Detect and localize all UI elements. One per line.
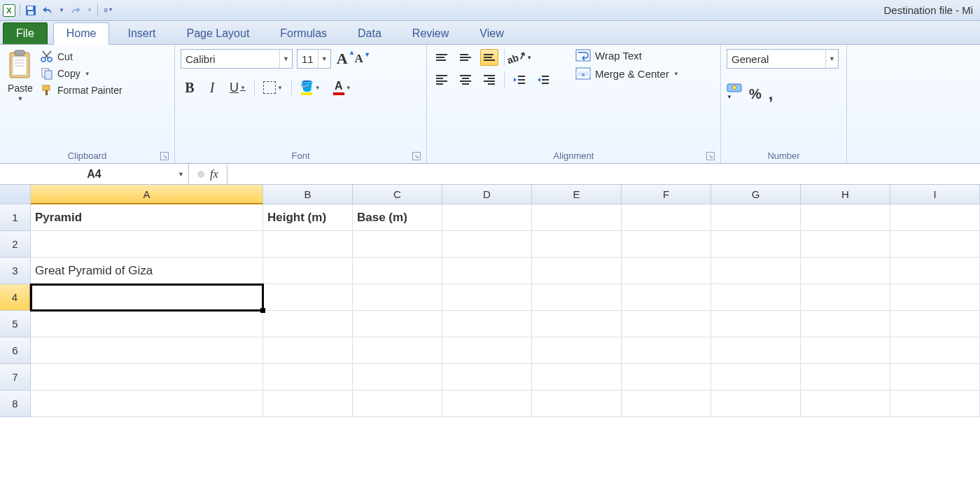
cell-H2[interactable] [801, 231, 890, 258]
cell-I4[interactable] [890, 284, 980, 311]
cell-E5[interactable] [532, 311, 622, 337]
merge-center-button[interactable]: a Merge & Center ▼ [575, 67, 679, 80]
cell-A6[interactable] [31, 337, 263, 364]
insert-function-button[interactable]: fx [210, 168, 218, 181]
shrink-font-button[interactable]: A▾ [354, 52, 365, 66]
percent-button[interactable]: % [749, 86, 762, 102]
cell-G7[interactable] [711, 364, 801, 391]
align-middle-button[interactable] [456, 49, 475, 66]
cell-D8[interactable] [442, 391, 532, 417]
row-header-8[interactable]: 8 [0, 391, 31, 417]
column-header-D[interactable]: D [442, 185, 532, 204]
chevron-down-icon[interactable]: ▼ [178, 171, 184, 178]
cell-I8[interactable] [890, 391, 980, 417]
cell-C7[interactable] [353, 364, 442, 391]
cell-D7[interactable] [442, 364, 532, 391]
borders-button[interactable]: ▼ [259, 77, 287, 98]
cell-E3[interactable] [532, 258, 622, 284]
tab-data[interactable]: Data [345, 23, 394, 44]
cell-E6[interactable] [532, 337, 622, 364]
tab-page-layout[interactable]: Page Layout [174, 23, 262, 44]
column-header-C[interactable]: C [353, 185, 442, 204]
format-painter-button[interactable]: Format Painter [41, 84, 122, 97]
cell-G8[interactable] [711, 391, 801, 417]
cell-F2[interactable] [622, 231, 711, 258]
name-box[interactable]: A4 ▼ [0, 164, 189, 184]
cell-F5[interactable] [622, 311, 711, 337]
number-format-combo[interactable]: General ▼ [727, 49, 839, 69]
undo-dropdown-icon[interactable]: ▼ [58, 4, 65, 17]
cell-E1[interactable] [532, 204, 622, 231]
save-icon[interactable] [24, 4, 37, 17]
formula-input[interactable] [227, 164, 980, 184]
copy-dropdown-icon[interactable]: ▼ [85, 71, 90, 77]
row-header-4[interactable]: 4 [0, 284, 31, 311]
cell-B7[interactable] [263, 364, 353, 391]
cell-F6[interactable] [622, 337, 711, 364]
tab-review[interactable]: Review [400, 23, 461, 44]
column-header-H[interactable]: H [801, 185, 890, 204]
cell-D4[interactable] [442, 284, 532, 311]
row-header-5[interactable]: 5 [0, 311, 31, 337]
tab-insert[interactable]: Insert [115, 23, 168, 44]
chevron-down-icon[interactable]: ▼ [825, 50, 838, 68]
wrap-text-button[interactable]: Wrap Text [575, 49, 679, 62]
clipboard-launcher-icon[interactable]: ↘ [160, 152, 169, 160]
paste-button[interactable]: Paste ▼ [6, 49, 35, 102]
cell-C2[interactable] [353, 231, 442, 258]
column-header-I[interactable]: I [890, 185, 980, 204]
cell-B2[interactable] [263, 231, 353, 258]
row-header-2[interactable]: 2 [0, 231, 31, 258]
align-left-button[interactable] [433, 71, 451, 88]
increase-indent-button[interactable] [534, 71, 552, 88]
cell-F1[interactable] [622, 204, 711, 231]
align-right-button[interactable] [480, 71, 498, 88]
cell-C4[interactable] [353, 284, 442, 311]
row-header-7[interactable]: 7 [0, 364, 31, 391]
cell-H7[interactable] [801, 364, 890, 391]
cell-D3[interactable] [442, 258, 532, 284]
cell-E7[interactable] [532, 364, 622, 391]
paste-dropdown-icon[interactable]: ▼ [18, 95, 24, 102]
cell-F3[interactable] [622, 258, 711, 284]
tab-home[interactable]: Home [53, 22, 110, 45]
cell-E8[interactable] [532, 391, 622, 417]
cell-G1[interactable] [711, 204, 801, 231]
font-name-combo[interactable]: Calibri ▼ [181, 49, 293, 69]
accounting-format-button[interactable]: ▼ [727, 81, 742, 106]
cell-B6[interactable] [263, 337, 353, 364]
select-all-corner[interactable] [0, 185, 31, 204]
cell-F8[interactable] [622, 391, 711, 417]
cell-C8[interactable] [353, 391, 442, 417]
cell-B3[interactable] [263, 258, 353, 284]
cell-A3[interactable]: Great Pyramid of Giza [31, 258, 263, 284]
cell-I6[interactable] [890, 337, 980, 364]
cell-D6[interactable] [442, 337, 532, 364]
grow-font-button[interactable]: A▴ [335, 50, 349, 68]
row-header-1[interactable]: 1 [0, 204, 31, 231]
copy-button[interactable]: Copy ▼ [41, 67, 122, 80]
cell-I5[interactable] [890, 311, 980, 337]
tab-file[interactable]: File [3, 22, 48, 44]
cell-D5[interactable] [442, 311, 532, 337]
cell-H3[interactable] [801, 258, 890, 284]
cell-C3[interactable] [353, 258, 442, 284]
cell-F7[interactable] [622, 364, 711, 391]
cell-C6[interactable] [353, 337, 442, 364]
chevron-down-icon[interactable]: ▼ [673, 71, 679, 77]
column-header-B[interactable]: B [263, 185, 353, 204]
italic-button[interactable]: I [203, 77, 221, 98]
cell-B8[interactable] [263, 391, 353, 417]
cell-I2[interactable] [890, 231, 980, 258]
cancel-icon[interactable] [197, 171, 204, 178]
cell-D2[interactable] [442, 231, 532, 258]
undo-icon[interactable] [41, 4, 54, 17]
chevron-down-icon[interactable]: ▼ [279, 50, 292, 68]
row-header-6[interactable]: 6 [0, 337, 31, 364]
cell-I1[interactable] [890, 204, 980, 231]
cell-A8[interactable] [31, 391, 263, 417]
column-header-F[interactable]: F [622, 185, 711, 204]
cell-H8[interactable] [801, 391, 890, 417]
cell-B5[interactable] [263, 311, 353, 337]
comma-button[interactable]: , [769, 84, 774, 104]
